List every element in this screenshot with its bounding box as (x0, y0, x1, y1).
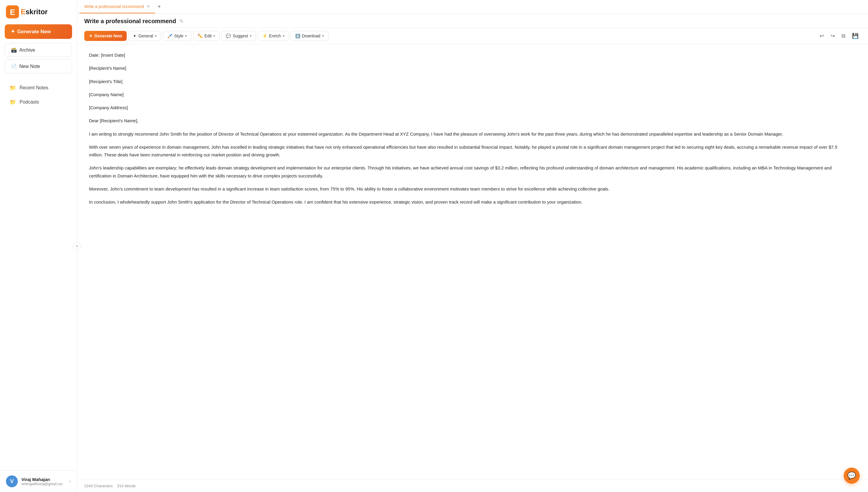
doc-line-0: Date: [Insert Date] (89, 51, 850, 59)
word-count: 314 Words (117, 484, 136, 488)
doc-paragraph-3: John's leadership capabilities are exemp… (89, 164, 850, 180)
download-chevron-icon: ▾ (322, 34, 324, 38)
char-count: 2240 Characters (84, 484, 113, 488)
generate-new-toolbar-button[interactable]: ✦ Generate New (84, 31, 127, 41)
general-chevron-icon: ▾ (155, 34, 157, 38)
copy-button[interactable]: ⧉ (839, 31, 848, 41)
redo-button[interactable]: ↪ (828, 31, 838, 41)
doc-header: Write a professional recommend ✎ (77, 14, 868, 28)
tab-close-icon[interactable]: × (146, 3, 150, 10)
doc-paragraph-1: I am writing to strongly recommend John … (89, 130, 850, 138)
sidebar-item-podcasts-label: Podcasts (20, 99, 39, 105)
user-info: Viraj Mahajan writingwithviraj@gmail.cor (21, 477, 66, 486)
doc-line-1: [Recipient's Name] (89, 65, 850, 72)
tab-add-button[interactable]: + (155, 3, 163, 10)
enrich-button[interactable]: ⚡ Enrich ▾ (258, 31, 289, 41)
doc-line-2: [Recipient's Title] (89, 78, 850, 85)
folder-icon-podcasts: 📁 (9, 99, 16, 105)
enrich-chevron-icon: ▾ (283, 34, 284, 38)
suggest-chevron-icon: ▾ (250, 34, 252, 38)
main-content: Write a professional recommend × + Write… (77, 0, 868, 492)
general-button[interactable]: ✦ General ▾ (128, 31, 161, 41)
sidebar: E Eskritor ✦ Generate New 🗃️ Archive 📄 N… (0, 0, 77, 492)
sidebar-item-recent-notes[interactable]: 📁 Recent Notes (2, 81, 74, 95)
sidebar-nav: 📁 Recent Notes 📁 Podcasts (0, 78, 77, 470)
suggest-button[interactable]: 💬 Suggest ▾ (221, 31, 256, 41)
style-icon: 🖌️ (167, 33, 172, 38)
folder-icon-recent: 📁 (9, 84, 16, 91)
undo-button[interactable]: ↩ (817, 31, 826, 41)
doc-line-4: [Company Address] (89, 104, 850, 112)
style-button[interactable]: 🖌️ Style ▾ (163, 31, 192, 41)
enrich-icon: ⚡ (262, 33, 267, 38)
new-note-label: New Note (19, 64, 40, 69)
generate-new-toolbar-label: Generate New (94, 33, 122, 38)
doc-title: Write a professional recommend (84, 18, 176, 25)
sidebar-item-podcasts[interactable]: 📁 Podcasts (2, 95, 74, 109)
edit-label: Edit (204, 33, 211, 38)
collapse-sidebar-button[interactable]: ‹‹ (73, 242, 81, 250)
style-label: Style (174, 33, 183, 38)
new-note-icon: 📄 (11, 64, 17, 69)
status-bar: 2240 Characters 314 Words (77, 479, 868, 492)
svg-text:E: E (10, 8, 15, 17)
download-icon: ⬇️ (295, 33, 300, 38)
logo-text: Eskritor (21, 8, 48, 16)
user-profile-chevron-icon: › (70, 478, 71, 484)
tab-main-label: Write a professional recommend (84, 4, 144, 9)
new-note-button[interactable]: 📄 New Note (5, 59, 72, 73)
download-label: Download (302, 33, 321, 38)
doc-line-5: Dear [Recipient's Name], (89, 117, 850, 125)
generate-new-toolbar-icon: ✦ (89, 33, 93, 38)
logo-e: E (21, 8, 26, 16)
user-profile[interactable]: V Viraj Mahajan writingwithviraj@gmail.c… (0, 470, 77, 492)
save-button[interactable]: 💾 (850, 31, 861, 41)
generate-new-sidebar-button[interactable]: ✦ Generate New (5, 24, 72, 39)
doc-edit-icon[interactable]: ✎ (179, 18, 184, 25)
doc-paragraph-5: In conclusion, I wholeheartedly support … (89, 198, 850, 206)
archive-label: Archive (19, 48, 35, 53)
style-chevron-icon: ▾ (185, 34, 187, 38)
suggest-label: Suggest (233, 33, 248, 38)
logo: E Eskritor (0, 0, 77, 22)
user-email: writingwithviraj@gmail.cor (21, 482, 66, 486)
chat-support-button[interactable]: 💬 (844, 468, 860, 484)
tab-main[interactable]: Write a professional recommend × (79, 0, 155, 14)
logo-icon: E (6, 5, 19, 18)
doc-paragraph-4: Moreover, John's commitment to team deve… (89, 185, 850, 193)
enrich-label: Enrich (269, 33, 281, 38)
toolbar: ✦ Generate New ✦ General ▾ 🖌️ Style ▾ ✏️… (77, 28, 868, 44)
doc-paragraph-2: With over seven years of experience in d… (89, 143, 850, 159)
avatar-initial: V (10, 478, 14, 485)
general-icon: ✦ (133, 33, 136, 38)
tab-bar: Write a professional recommend × + (77, 0, 868, 14)
generate-new-sidebar-label: Generate New (17, 29, 51, 35)
edit-icon: ✏️ (198, 33, 203, 38)
suggest-icon: 💬 (226, 33, 231, 38)
chat-icon: 💬 (847, 471, 856, 480)
sidebar-item-recent-notes-label: Recent Notes (20, 85, 48, 91)
archive-icon: 🗃️ (11, 47, 17, 53)
edit-button[interactable]: ✏️ Edit ▾ (193, 31, 220, 41)
archive-button[interactable]: 🗃️ Archive (5, 43, 72, 57)
edit-chevron-icon: ▾ (213, 34, 215, 38)
download-button[interactable]: ⬇️ Download ▾ (291, 31, 328, 41)
status-chars-words: 2240 Characters 314 Words (84, 484, 135, 488)
doc-title-row: Write a professional recommend ✎ (84, 18, 184, 25)
user-name: Viraj Mahajan (21, 477, 66, 482)
doc-line-3: [Company Name] (89, 91, 850, 99)
doc-content: Date: [Insert Date] [Recipient's Name] [… (77, 44, 868, 479)
general-label: General (138, 33, 153, 38)
logo-rest: skritor (26, 8, 48, 16)
generate-new-sidebar-icon: ✦ (11, 28, 15, 35)
avatar: V (6, 475, 18, 487)
